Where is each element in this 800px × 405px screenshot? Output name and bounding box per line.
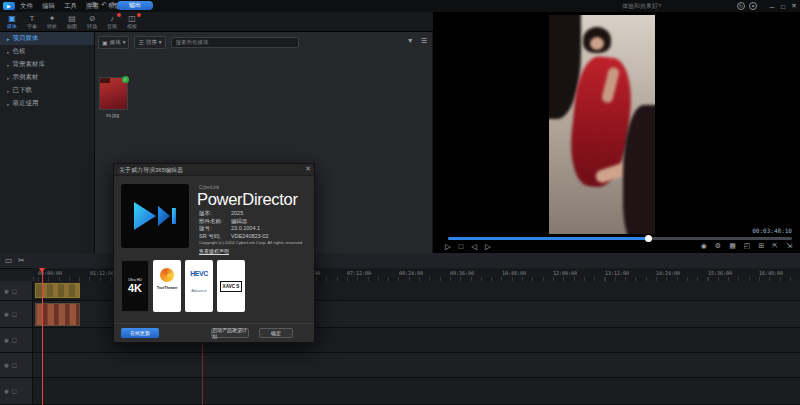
account-icon[interactable]: ✦ xyxy=(749,2,757,10)
track-enable-icon[interactable]: ◉ xyxy=(4,388,9,394)
chevron-right-icon: ▸ xyxy=(7,36,10,42)
seek-bar[interactable] xyxy=(448,237,792,240)
track-row[interactable]: ◉ ▢ xyxy=(0,353,800,378)
split-tool-icon[interactable]: ✂ xyxy=(18,256,25,265)
ruler-label: 14:24:00 xyxy=(656,270,680,276)
track-enable-icon[interactable]: ◉ xyxy=(4,288,9,294)
settings-gear-icon[interactable]: ⚙ xyxy=(715,242,721,250)
ok-button[interactable]: 确定 xyxy=(259,328,293,338)
pip-icon[interactable]: ⊞ xyxy=(758,242,764,250)
ruler-label: 12:00:00 xyxy=(553,270,577,276)
media-item[interactable]: ✓ xx.jpg xyxy=(99,77,126,119)
track-lock-icon[interactable]: ▢ xyxy=(12,311,17,317)
stop-icon[interactable]: □ xyxy=(459,242,464,251)
sidebar-item-sample-media[interactable]: ▸ 示例素材 xyxy=(0,71,94,84)
track-enable-icon[interactable]: ◉ xyxy=(4,311,9,317)
app-logo-icon: ▶ xyxy=(3,2,15,10)
tab-titles[interactable]: T 字幕 xyxy=(21,13,43,30)
plugin-icon[interactable]: ⊞ xyxy=(89,1,99,9)
snapshot-icon[interactable]: ◉ xyxy=(701,242,707,250)
copyright-link[interactable]: 查看版权声明 xyxy=(199,248,229,254)
next-frame-icon[interactable]: ▷ xyxy=(485,242,491,251)
media-thumbnail[interactable]: ✓ xyxy=(99,77,128,110)
chevron-right-icon: ▸ xyxy=(7,75,10,81)
preview-tool-icons: ◉ ⚙ ▦ ◰ ⊞ ⇱ ⇲ xyxy=(701,242,792,250)
track-header[interactable]: ◉ ▢ xyxy=(0,328,33,352)
play-icon[interactable]: ▷ xyxy=(445,242,451,251)
crop-icon[interactable]: ◰ xyxy=(744,242,751,250)
sort-label: 排序 xyxy=(146,39,157,46)
playhead[interactable] xyxy=(42,268,43,405)
preview-panel: 00:03:48:10 ▷ □ ◁ ▷ ◉ ⚙ ▦ ◰ ⊞ ⇱ ⇲ xyxy=(433,12,800,253)
track-header[interactable]: ◉ ▢ xyxy=(0,281,33,300)
menu-edit[interactable]: 编辑 xyxy=(42,2,55,11)
dialog-close-icon[interactable]: ✕ xyxy=(305,165,311,173)
truetheater-badge: TrueTheater xyxy=(153,260,181,312)
info-label: 版本: xyxy=(199,210,231,218)
playhead-handle-icon[interactable] xyxy=(39,268,45,273)
tab-stickers[interactable]: ▤ 贴图 xyxy=(61,13,83,30)
hevc-label: HEVC xyxy=(185,270,213,277)
sidebar-item-project-media[interactable]: ▸ 项目媒体 xyxy=(0,32,94,45)
track-lock-icon[interactable]: ▢ xyxy=(12,337,17,343)
tab-templates[interactable]: ◫ 模板 xyxy=(121,13,143,30)
transitions-icon: ⊘ xyxy=(89,15,96,23)
sort-dropdown[interactable]: ☰ 排序 ▾ xyxy=(134,36,165,49)
sidebar-item-recent[interactable]: ▸ 最近使用 xyxy=(0,97,94,110)
track-enable-icon[interactable]: ◉ xyxy=(4,362,9,368)
info-label: SR 号码: xyxy=(199,233,231,241)
seek-knob[interactable] xyxy=(645,235,652,242)
filter-funnel-icon[interactable]: ▼ xyxy=(407,37,414,45)
copyright-text: Copyright (c) 2024 CyberLink Corp. All r… xyxy=(199,240,303,245)
previous-frame-icon[interactable]: ◁ xyxy=(471,242,477,251)
audio-icon: ♪ xyxy=(110,15,114,23)
sidebar-label: 最近使用 xyxy=(13,99,39,108)
produce-button[interactable]: 输出 xyxy=(117,1,153,10)
ruler-label: 13:12:00 xyxy=(605,270,629,276)
track-header[interactable]: ◉ ▢ xyxy=(0,301,33,327)
tab-audio[interactable]: ♪ 音频 xyxy=(101,13,123,30)
track-row[interactable]: ◉ ▢ xyxy=(0,378,800,405)
track-lock-icon[interactable]: ▢ xyxy=(12,288,17,294)
sidebar-item-background-library[interactable]: ▸ 背景素材库 xyxy=(0,58,94,71)
fullscreen-icon[interactable]: ⇲ xyxy=(786,242,792,250)
online-update-button[interactable]: 在线更新 xyxy=(121,328,159,338)
track-header[interactable]: ◉ ▢ xyxy=(0,378,33,404)
4k-label: 4K xyxy=(128,282,142,294)
track-header[interactable]: ◉ ▢ xyxy=(0,353,33,377)
media-filter-icon: ▣ xyxy=(102,39,108,46)
info-value: 2025 xyxy=(231,210,243,216)
tab-transitions[interactable]: ⊘ 转场 xyxy=(81,13,103,30)
tab-templates-label: 模板 xyxy=(127,24,137,29)
track-lock-icon[interactable]: ▢ xyxy=(12,388,17,394)
media-icon: ▣ xyxy=(8,15,16,23)
stickers-icon: ▤ xyxy=(68,15,76,23)
close-button[interactable]: ✕ xyxy=(788,0,800,12)
track-enable-icon[interactable]: ◉ xyxy=(4,337,9,343)
library-menu-icon[interactable]: ☰ xyxy=(421,37,427,45)
menu-file[interactable]: 文件 xyxy=(20,2,33,11)
tab-audio-label: 音频 xyxy=(107,24,117,29)
ruler-label: 16:48:00 xyxy=(759,270,783,276)
truetheater-fan-icon xyxy=(160,268,174,282)
improvement-program-button[interactable]: 启动产品改进计划 xyxy=(211,328,249,338)
sync-icon[interactable]: ↻ xyxy=(737,2,745,10)
menu-tools[interactable]: 工具 xyxy=(64,2,77,11)
display-icon[interactable]: ▦ xyxy=(729,242,736,250)
title-bar: ▶ 文件 编辑 工具 查看 帮助 ⊞ ↶ ↷ 输出 体验和效果好? ↻ ✦ ─ … xyxy=(0,0,800,12)
media-filter-dropdown[interactable]: ▣ 媒体 ▾ xyxy=(98,36,129,49)
dialog-title: 关于威力导演365编辑器 xyxy=(119,166,183,175)
select-tool-icon[interactable]: ▭ xyxy=(5,256,13,265)
track-lock-icon[interactable]: ▢ xyxy=(12,362,17,368)
powerdirector-logo xyxy=(121,184,189,248)
toolbar-divider xyxy=(86,2,87,10)
templates-icon: ◫ xyxy=(128,15,136,23)
chevron-right-icon: ▸ xyxy=(7,101,10,107)
sidebar-item-downloaded[interactable]: ▸ 已下载 xyxy=(0,84,94,97)
sidebar-item-color-boards[interactable]: ▸ 色板 xyxy=(0,45,94,58)
search-input[interactable] xyxy=(171,37,299,48)
tab-effects[interactable]: ✦ 特效 xyxy=(41,13,63,30)
resize-icon[interactable]: ⇱ xyxy=(772,242,778,250)
tab-media[interactable]: ▣ 媒体 xyxy=(1,13,23,30)
info-value: 23.0.1004.1 xyxy=(231,225,260,231)
